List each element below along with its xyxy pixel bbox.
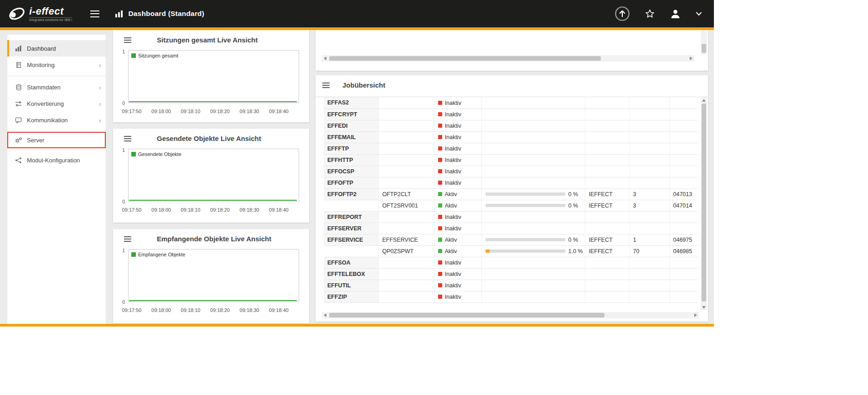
x-tick-label: 09:18:00 [151, 307, 171, 313]
scrollbar-thumb[interactable] [329, 313, 604, 317]
job-status-cell: Aktiv [434, 200, 481, 211]
job-name-cell: EFFOFTP [324, 177, 378, 188]
x-tick-label: 09:18:40 [269, 109, 289, 114]
job-row[interactable]: EFFSOAInaktiv [324, 257, 698, 268]
chart-card-empfangene: Empfangende Objekte Live Ansicht 1 0 Emp… [113, 229, 309, 323]
job-table-body: EFFAS2InaktivEFFCRYPTInaktivEFFEDIInakti… [324, 97, 698, 302]
job-user-cell [585, 131, 629, 143]
job-instance-cell [378, 268, 434, 280]
job-count-cell: 3 [629, 200, 669, 211]
card-menu-button[interactable] [124, 37, 131, 43]
legend-swatch [131, 252, 136, 257]
job-row[interactable]: EFFEDIInaktiv [324, 120, 698, 131]
job-count-cell [629, 166, 669, 177]
deploy-button[interactable] [615, 6, 630, 21]
scroll-right-button[interactable] [690, 57, 692, 60]
scroll-right-button[interactable] [694, 313, 697, 317]
accent-bar-top [0, 27, 714, 30]
scrollbar-thumb[interactable] [329, 56, 601, 61]
scroll-left-button[interactable] [324, 57, 326, 60]
scrollbar-thumb[interactable] [702, 104, 706, 301]
job-row[interactable]: EFFAS2Inaktiv [324, 97, 698, 109]
sidebar-item-monitoring[interactable]: Monitoring ‹ [7, 57, 106, 73]
sidebar-item-modul-konfiguration[interactable]: Modul-Konfiguration [7, 152, 106, 168]
job-user-cell [585, 143, 629, 154]
sidebar-item-stammdaten[interactable]: Stammdaten ‹ [7, 79, 106, 95]
job-row[interactable]: EFFOFTP2OFTP2CLTAktiv0 %IEFFECT3047013 [324, 188, 698, 200]
status-label: Inaktiv [445, 214, 461, 220]
job-row[interactable]: EFFOFTPInaktiv [324, 177, 698, 188]
brand-logo[interactable]: i-effect integrated solutions for IBM i [0, 4, 72, 23]
favorites-button[interactable] [645, 9, 655, 19]
vertical-scrollbar[interactable] [701, 97, 707, 310]
cpu-percent-label: 1.0 % [568, 248, 583, 255]
x-tick-label: 09:18:10 [181, 307, 201, 313]
job-status-cell: Aktiv [434, 188, 481, 200]
job-name-cell: EFFEDI [324, 120, 378, 131]
job-row[interactable]: EFFTELEBOXInaktiv [324, 268, 698, 280]
user-button[interactable] [670, 8, 681, 20]
status-label: Aktiv [445, 191, 457, 198]
chevron-left-icon: ‹ [99, 100, 101, 107]
job-cpu-cell [481, 291, 585, 302]
job-row[interactable]: EFFOCSPInaktiv [324, 166, 698, 177]
scroll-left-button[interactable] [324, 313, 326, 317]
job-cpu-cell: 1.0 % [481, 245, 585, 257]
sidebar-item-label: Monitoring [27, 62, 55, 68]
top-bar-actions [615, 6, 714, 21]
card-menu-button[interactable] [124, 136, 131, 141]
job-row[interactable]: EFFHTTPInaktiv [324, 154, 698, 166]
horizontal-scrollbar[interactable] [322, 312, 699, 318]
job-row[interactable]: EFFFTPInaktiv [324, 143, 698, 154]
job-row[interactable]: QP0ZSPWTAktiv1.0 %IEFFECT70046985 [324, 245, 698, 257]
job-name-cell: EFFOCSP [324, 166, 378, 177]
vertical-scrollbar[interactable] [701, 30, 707, 55]
sidebar-toggle-button[interactable] [90, 10, 99, 17]
job-cpu-cell [481, 223, 585, 234]
job-row[interactable]: EFFSERVICEEFFSERVICEAktiv0 %IEFFECT10469… [324, 234, 698, 245]
status-indicator [438, 124, 442, 128]
legend-label: Empfangene Objekte [138, 252, 185, 257]
sidebar-item-konvertierung[interactable]: Konvertierung ‹ [7, 95, 106, 112]
job-name-cell: EFFOFTP2 [324, 188, 378, 200]
job-name-cell [324, 200, 378, 211]
sidebar-item-server[interactable]: Server [7, 132, 106, 148]
job-instance-cell: OFTP2CLT [378, 188, 434, 200]
job-user-cell [585, 166, 629, 177]
status-label: Inaktiv [445, 111, 461, 118]
job-name-cell: EFFCRYPT [324, 109, 378, 120]
card-menu-button[interactable] [124, 236, 131, 242]
job-name-cell: EFFHTTP [324, 154, 378, 166]
job-instance-cell: EFFSERVICE [378, 234, 434, 245]
job-number-cell: 047013 [669, 188, 698, 200]
job-overview-card: Jobübersicht EFFAS2InaktivEFFCRYPTInakti… [315, 75, 708, 322]
job-instance-cell [378, 154, 434, 166]
job-number-cell [669, 268, 698, 280]
x-tick-label: 09:18:00 [151, 207, 171, 213]
job-number-cell [669, 166, 698, 177]
x-tick-label: 09:18:20 [210, 109, 230, 114]
scroll-down-button[interactable] [702, 306, 706, 309]
job-row[interactable]: EFFSERVERInaktiv [324, 223, 698, 234]
scroll-up-button[interactable] [702, 99, 706, 102]
job-status-cell: Inaktiv [434, 166, 481, 177]
horizontal-scrollbar[interactable] [322, 55, 694, 62]
job-number-cell: 047014 [669, 200, 698, 211]
job-row[interactable]: EFFCRYPTInaktiv [324, 109, 698, 120]
cpu-percent-label: 0 % [568, 237, 579, 243]
job-row[interactable]: EFFEMAILInaktiv [324, 131, 698, 143]
scrollbar-thumb[interactable] [702, 44, 706, 53]
chart-title: Empfangende Objekte Live Ansicht [157, 235, 271, 243]
cpu-percent-label: 0 % [568, 191, 579, 198]
job-status-cell: Inaktiv [434, 97, 481, 109]
sidebar-item-kommunikation[interactable]: Kommunikation ‹ [7, 112, 106, 128]
job-row[interactable]: OFT2SRV001Aktiv0 %IEFFECT3047014 [324, 200, 698, 211]
job-row[interactable]: EFFZIPInaktiv [324, 291, 698, 302]
job-cpu-cell [481, 211, 585, 223]
sidebar-item-dashboard[interactable]: Dashboard [7, 40, 106, 57]
card-menu-button[interactable] [322, 83, 330, 88]
job-row[interactable]: EFFREPORTInaktiv [324, 211, 698, 223]
x-axis-ticks: 09:17:5009:18:0009:18:1009:18:2009:18:30… [128, 207, 299, 213]
job-row[interactable]: EFFUTILInaktiv [324, 280, 698, 291]
user-menu-chevron-button[interactable] [696, 11, 702, 16]
